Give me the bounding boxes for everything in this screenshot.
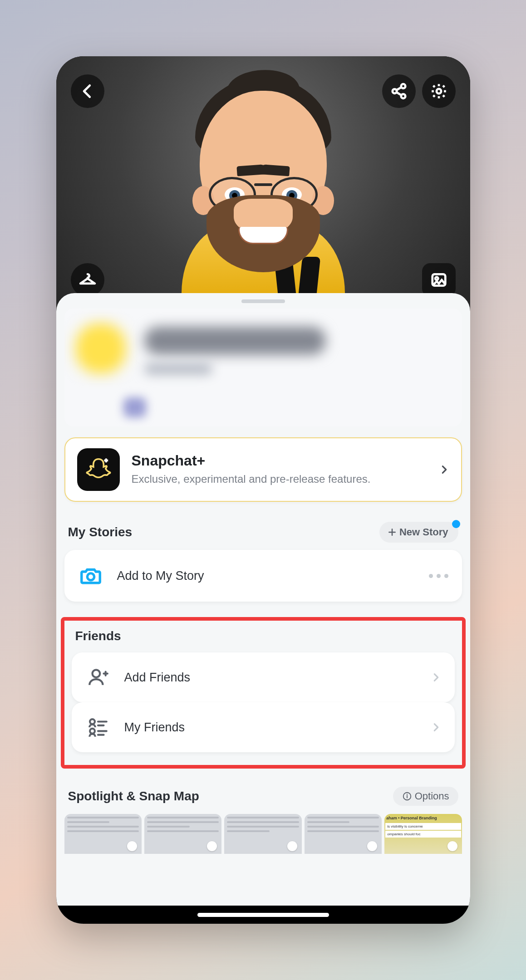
spotlight-header: Spotlight & Snap Map Options <box>68 787 458 806</box>
spotlight-thumbnails: aham • Personal Branding is visibility i… <box>64 814 462 854</box>
friends-highlight: Friends Add Friends <box>61 617 466 769</box>
snapchat-plus-title: Snapchat+ <box>132 452 428 469</box>
svg-point-2 <box>401 94 405 98</box>
spotlight-thumb[interactable] <box>305 814 382 854</box>
more-icon[interactable] <box>429 574 448 578</box>
snapchat-plus-icon <box>77 448 120 491</box>
info-icon <box>402 791 412 801</box>
options-button[interactable]: Options <box>393 787 458 806</box>
plus-icon <box>388 528 397 537</box>
spotlight-thumb[interactable]: aham • Personal Branding is visibility i… <box>384 814 462 854</box>
profile-hero <box>56 56 470 310</box>
svg-point-5 <box>435 277 438 280</box>
svg-point-9 <box>90 729 95 734</box>
thumb-text: ompanies should foc <box>385 831 461 838</box>
friends-header: Friends <box>75 629 451 643</box>
hanger-icon <box>79 271 96 289</box>
my-friends-label: My Friends <box>124 720 418 735</box>
settings-button[interactable] <box>422 74 456 108</box>
add-to-my-story-button[interactable]: Add to My Story <box>64 550 462 602</box>
friends-title: Friends <box>75 629 121 643</box>
add-to-my-story-label: Add to My Story <box>117 569 415 583</box>
device-frame: Snapchat+ Exclusive, experimental and pr… <box>56 56 470 924</box>
spotlight-title: Spotlight & Snap Map <box>68 789 199 804</box>
add-friends-button[interactable]: Add Friends <box>72 652 455 702</box>
my-friends-button[interactable]: My Friends <box>72 702 455 752</box>
camera-icon <box>78 564 103 588</box>
friends-list-icon <box>85 716 111 739</box>
outfit-button[interactable] <box>71 263 104 297</box>
profile-sheet: Snapchat+ Exclusive, experimental and pr… <box>56 293 470 924</box>
new-story-label: New Story <box>399 526 448 538</box>
share-button[interactable] <box>382 74 416 108</box>
chevron-right-icon <box>431 720 441 735</box>
thumb-heading: aham • Personal Branding <box>384 814 462 822</box>
chevron-right-icon <box>431 670 441 685</box>
chevron-left-icon <box>79 83 96 100</box>
share-icon <box>390 83 408 100</box>
thumb-text: is visibility is concerne <box>385 823 461 830</box>
svg-point-3 <box>436 89 441 93</box>
image-icon <box>430 271 447 289</box>
background-button[interactable] <box>422 263 456 297</box>
my-stories-title: My Stories <box>68 525 133 539</box>
spotlight-thumb[interactable] <box>64 814 142 854</box>
snapchat-plus-card[interactable]: Snapchat+ Exclusive, experimental and pr… <box>64 437 462 502</box>
bitmoji-avatar[interactable] <box>163 59 363 313</box>
gear-icon <box>430 83 447 100</box>
svg-point-0 <box>401 84 405 88</box>
home-indicator[interactable] <box>197 913 329 917</box>
add-friends-label: Add Friends <box>124 671 418 685</box>
new-story-button[interactable]: New Story <box>379 522 458 543</box>
sheet-grabber[interactable] <box>241 299 285 303</box>
spotlight-thumb[interactable] <box>144 814 221 854</box>
svg-point-7 <box>92 670 100 677</box>
bottom-bar <box>56 906 470 924</box>
spotlight-thumb[interactable] <box>224 814 301 854</box>
my-stories-header: My Stories New Story <box>68 522 458 543</box>
svg-point-1 <box>392 89 397 93</box>
back-button[interactable] <box>71 74 104 108</box>
svg-point-8 <box>90 719 95 724</box>
profile-info-redacted <box>64 309 462 426</box>
svg-point-6 <box>87 573 94 580</box>
snapchat-plus-subtitle: Exclusive, experimental and pre-release … <box>132 472 428 486</box>
notification-dot <box>452 520 460 528</box>
add-friend-icon <box>85 666 111 689</box>
options-label: Options <box>415 790 449 802</box>
chevron-right-icon <box>439 462 449 477</box>
